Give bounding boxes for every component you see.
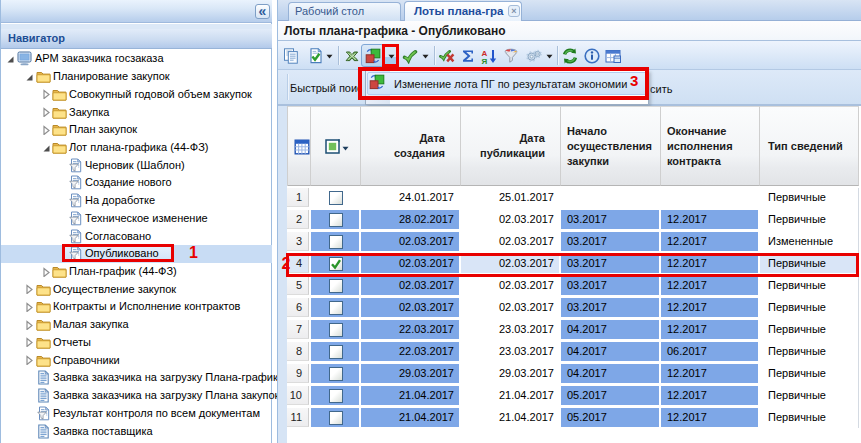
svg-text:Я: Я <box>482 57 488 65</box>
